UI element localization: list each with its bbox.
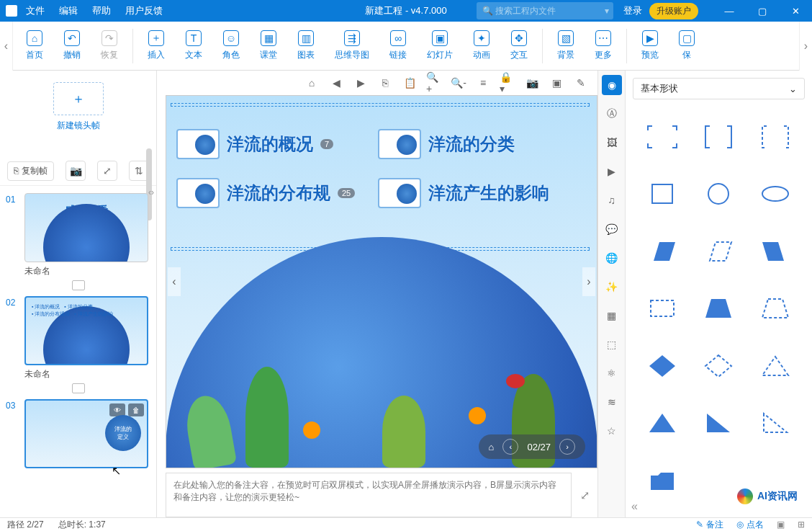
tool-chart[interactable]: ▥图表 xyxy=(287,22,325,71)
status-screen-button[interactable]: ▣ xyxy=(777,519,785,530)
strip-template-button[interactable]: ▦ xyxy=(602,305,622,326)
tool-undo[interactable]: ↶撤销 xyxy=(53,22,91,71)
shape-diamond-outline[interactable] xyxy=(695,350,742,382)
canvas-copy-button[interactable]: ⎘ xyxy=(377,75,393,91)
toolbar-scroll-right[interactable]: › xyxy=(799,22,812,71)
shape-category-dropdown[interactable]: 基本形状 ⌄ xyxy=(633,78,805,99)
slide-item[interactable]: 01 感谢观看 xyxy=(6,193,150,262)
slide-item[interactable]: 03 👁 🗑 洋流的定义 xyxy=(6,399,150,468)
tool-interact[interactable]: ✥交互 xyxy=(500,22,538,71)
shape-diamond-filled[interactable] xyxy=(639,350,686,382)
tool-bg[interactable]: ▧背景 xyxy=(547,22,585,71)
shape-square[interactable] xyxy=(639,178,686,210)
tool-home[interactable]: ⌂首页 xyxy=(16,22,53,71)
tool-text[interactable]: T文本 xyxy=(175,22,212,71)
strip-comment-button[interactable]: 💬 xyxy=(602,219,622,239)
shape-trapezoid-dashed[interactable] xyxy=(752,293,799,324)
slide-thumbnail[interactable]: 感谢观看 xyxy=(24,193,148,262)
canvas-zoomin-button[interactable]: 🔍+ xyxy=(426,75,442,91)
shape-parallelogram-right-filled[interactable] xyxy=(752,236,799,267)
shape-parallelogram-dashed[interactable] xyxy=(695,236,742,267)
strip-layers-button[interactable]: ≋ xyxy=(602,392,622,412)
tool-preview[interactable]: ▶预览 xyxy=(631,22,669,71)
shape-frame-corners[interactable] xyxy=(639,121,686,153)
shape-triangle-filled[interactable] xyxy=(639,407,686,439)
strip-text-button[interactable]: Ⓐ xyxy=(602,104,622,124)
canvas-crop-button[interactable]: ▣ xyxy=(549,75,564,91)
upgrade-button[interactable]: 升级账户 xyxy=(649,3,698,19)
canvas-lock-button[interactable]: 🔒▾ xyxy=(500,75,515,91)
shape-triangle-dashed[interactable] xyxy=(752,350,799,382)
menu-help[interactable]: 帮助 xyxy=(92,4,111,17)
shape-right-triangle-dashed[interactable] xyxy=(752,407,799,439)
canvas-next-button[interactable]: › xyxy=(582,267,595,296)
topic-item[interactable]: 洋流的概况 7 xyxy=(176,129,333,159)
topic-item[interactable]: 洋流产生的影响 xyxy=(378,178,549,208)
slide-thumbnail[interactable]: ▪ 洋流的概况 ▪ 洋流的分类▪ 洋流的分布规律 ▪ 洋流产生的影响 xyxy=(24,296,148,365)
canvas-home-button[interactable]: ⌂ xyxy=(304,75,320,91)
tool-anim[interactable]: ✦动画 xyxy=(463,22,500,71)
canvas-forward-button[interactable]: ▶ xyxy=(353,75,369,91)
strip-image-button[interactable]: 🖼 xyxy=(602,133,622,153)
camera-button[interactable]: 📷 xyxy=(66,161,86,181)
collapse-panel-button[interactable]: « xyxy=(631,500,638,513)
strip-video-button[interactable]: ▶ xyxy=(602,161,622,182)
strip-favorite-button[interactable]: ☆ xyxy=(602,421,622,441)
copy-frame-button[interactable]: ⎘复制帧 xyxy=(7,161,54,181)
tool-link[interactable]: ∞链接 xyxy=(379,22,417,71)
pager-home-icon[interactable]: ⌂ xyxy=(489,442,495,452)
shape-brackets[interactable] xyxy=(695,121,742,153)
strip-effects-button[interactable]: ✨ xyxy=(602,277,622,297)
notes-expand-button[interactable]: ⤢ xyxy=(572,473,597,517)
slide-item[interactable]: 02 ▪ 洋流的概况 ▪ 洋流的分类▪ 洋流的分布规律 ▪ 洋流产生的影响 xyxy=(6,296,150,365)
canvas-prev-button[interactable]: ‹ xyxy=(168,267,181,296)
strip-audio-button[interactable]: ♫ xyxy=(602,190,622,210)
tool-class[interactable]: ▦课堂 xyxy=(250,22,287,71)
topic-item[interactable]: 洋流的分布规 25 xyxy=(176,178,355,208)
canvas-back-button[interactable]: ◀ xyxy=(328,75,344,91)
canvas[interactable]: 洋流的概况 7 洋流的分类 洋流的分布规 25 洋流产生的影响 xyxy=(166,95,597,468)
shape-right-triangle-filled[interactable] xyxy=(695,407,742,439)
canvas-align-button[interactable]: ≡ xyxy=(475,75,491,91)
shape-parallelogram-filled[interactable] xyxy=(639,236,686,267)
close-button[interactable]: ✕ xyxy=(779,0,812,22)
left-scrollbar-expand-icon[interactable]: ‹› xyxy=(148,187,154,197)
canvas-paste-button[interactable]: 📋 xyxy=(402,75,418,91)
topic-item[interactable]: 洋流的分类 xyxy=(378,129,515,159)
status-layout-button[interactable]: ⊞ xyxy=(798,519,805,530)
tool-role[interactable]: ☺角色 xyxy=(212,22,250,71)
tool-more[interactable]: ⋯更多 xyxy=(585,22,622,71)
search-dropdown-icon[interactable]: ▾ xyxy=(605,6,609,16)
slide-thumbnail[interactable]: 👁 🗑 洋流的定义 xyxy=(24,399,148,468)
menu-file[interactable]: 文件 xyxy=(26,4,45,17)
menu-edit[interactable]: 编辑 xyxy=(59,4,78,17)
menu-feedback[interactable]: 用户反馈 xyxy=(125,4,163,17)
canvas-zoomout-button[interactable]: 🔍- xyxy=(451,75,466,91)
tool-mindmap[interactable]: ⇶思维导图 xyxy=(325,22,379,71)
maximize-button[interactable]: ▢ xyxy=(746,0,779,22)
resize-button[interactable]: ⤢ xyxy=(97,161,117,181)
shape-rect-dashed[interactable] xyxy=(639,293,686,324)
pager-next-button[interactable]: › xyxy=(559,439,575,455)
minimize-button[interactable]: — xyxy=(713,0,746,22)
shape-ellipse[interactable] xyxy=(752,178,799,210)
shape-circle[interactable] xyxy=(695,178,742,210)
login-button[interactable]: 登录 xyxy=(623,4,642,17)
slide-separator[interactable] xyxy=(6,280,150,290)
pager-prev-button[interactable]: ‹ xyxy=(502,439,518,455)
thumb-delete-button[interactable]: 🗑 xyxy=(128,403,144,416)
strip-science-button[interactable]: ⚛ xyxy=(602,363,622,383)
notes-input[interactable] xyxy=(166,473,572,517)
canvas-snapshot-button[interactable]: 📷 xyxy=(524,75,540,91)
tool-save[interactable]: ▢保 xyxy=(669,22,705,71)
status-clicks-button[interactable]: ◎点名 xyxy=(736,519,764,531)
slide-separator[interactable] xyxy=(6,383,150,393)
tool-insert[interactable]: ＋插入 xyxy=(137,22,175,71)
shape-folder-filled[interactable] xyxy=(639,465,686,496)
status-notes-button[interactable]: ✎备注 xyxy=(696,519,723,531)
toolbar-scroll-left[interactable]: ‹ xyxy=(0,22,13,71)
tool-slide[interactable]: ▣幻灯片 xyxy=(417,22,463,71)
shape-brackets-dashed[interactable] xyxy=(752,121,799,153)
shape-trapezoid-filled[interactable] xyxy=(695,293,742,324)
tool-redo[interactable]: ↷恢复 xyxy=(91,22,128,71)
